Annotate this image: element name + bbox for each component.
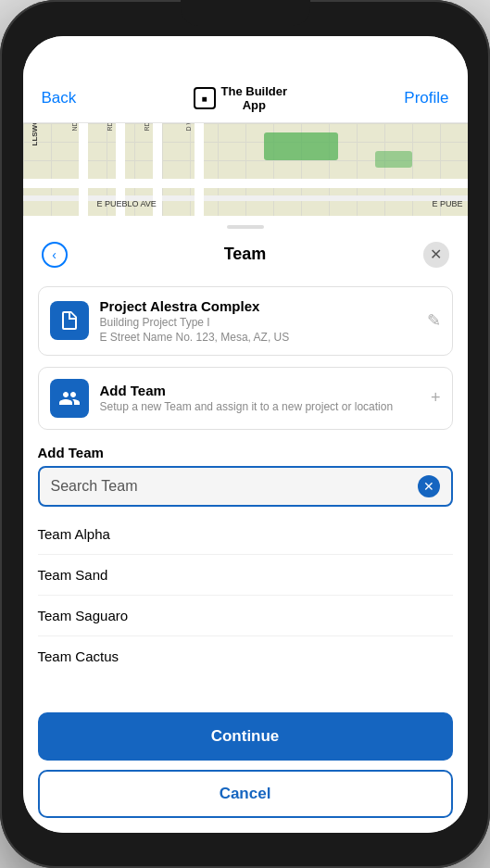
map-area: LLSWORTH E PUEBLO AVE E PUBE ND PL RD ST… (23, 123, 468, 216)
team-item-cactus[interactable]: Team Cactus (38, 636, 453, 676)
phone-screen: Back ■ The BuilderApp Profile (23, 36, 468, 833)
profile-button[interactable]: Profile (404, 89, 448, 107)
add-team-card[interactable]: Add Team Setup a new Team and assign it … (38, 367, 453, 430)
map-road-v1 (79, 123, 88, 216)
team-item-sand-label: Team Sand (38, 567, 108, 583)
add-team-card-subtitle: Setup a new Team and assign it to a new … (100, 400, 420, 413)
project-card-sub2: E Street Name No. 123, Mesa, AZ, US (100, 331, 416, 344)
phone-frame: Back ■ The BuilderApp Profile (0, 0, 490, 868)
add-team-section-label: Add Team (23, 435, 468, 466)
map-label-llsworth: LLSWORTH (30, 123, 38, 146)
app-title: ■ The BuilderApp (194, 84, 288, 113)
sheet-back-button[interactable]: ‹ (42, 242, 68, 268)
add-team-card-icon (50, 379, 89, 418)
project-card-sub1: Building Project Type I (100, 316, 416, 329)
map-label-pueblo: E PUEBLO AVE (97, 199, 157, 208)
project-card-title: Project Alestra Complex (100, 298, 416, 314)
project-card-edit-icon[interactable]: ✎ (427, 310, 441, 331)
map-road-h1 (23, 179, 468, 188)
sheet-close-button[interactable]: ✕ (423, 242, 449, 268)
search-input[interactable] (51, 478, 418, 495)
team-item-alpha-label: Team Alpha (38, 526, 110, 542)
map-road-v4 (195, 123, 204, 216)
map-road-h2 (23, 195, 468, 201)
team-item-saguaro[interactable]: Team Saguaro (38, 596, 453, 636)
document-icon (58, 309, 81, 332)
map-label-rdpl: RD PL (143, 123, 149, 132)
nav-bar: Back ■ The BuilderApp Profile (23, 77, 468, 123)
notch (181, 0, 310, 26)
map-label-rdst: RD ST (106, 123, 112, 132)
team-list: Team Alpha Team Sand Team Saguaro Team C… (23, 507, 468, 703)
team-item-cactus-label: Team Cactus (38, 648, 119, 664)
actions-area: Continue Cancel (23, 703, 468, 833)
app-name-label: The BuilderApp (221, 84, 288, 113)
add-team-card-info: Add Team Setup a new Team and assign it … (100, 383, 420, 413)
project-card-info: Project Alestra Complex Building Project… (100, 298, 416, 344)
add-team-card-plus-icon[interactable]: + (431, 388, 441, 408)
team-item-alpha[interactable]: Team Alpha (38, 514, 453, 555)
cancel-button[interactable]: Cancel (38, 770, 453, 818)
map-highlight1 (264, 132, 338, 160)
project-card-icon (50, 301, 89, 340)
map-label-pueblo2: E PUBE (432, 199, 462, 208)
status-bar (23, 36, 468, 77)
map-grid (23, 123, 468, 216)
team-icon (58, 387, 81, 409)
team-item-sand[interactable]: Team Sand (38, 555, 453, 596)
search-box: ✕ (38, 466, 453, 507)
add-team-card-title: Add Team (100, 383, 420, 398)
bottom-sheet: ‹ Team ✕ Project Alestra Complex Buildin… (23, 216, 468, 833)
sheet-title: Team (224, 245, 267, 264)
team-item-saguaro-label: Team Saguaro (38, 608, 129, 623)
sheet-header: ‹ Team ✕ (23, 229, 468, 281)
map-highlight2 (375, 151, 412, 168)
continue-button[interactable]: Continue (38, 712, 453, 761)
app-logo: ■ The BuilderApp (194, 84, 288, 113)
project-card[interactable]: Project Alestra Complex Building Project… (38, 286, 453, 356)
back-button[interactable]: Back (42, 89, 77, 107)
map-label-dway: D WAY (184, 123, 191, 132)
logo-icon: ■ (194, 87, 216, 109)
map-label-ndpl: ND PL (70, 123, 77, 132)
search-clear-button[interactable]: ✕ (418, 475, 440, 497)
